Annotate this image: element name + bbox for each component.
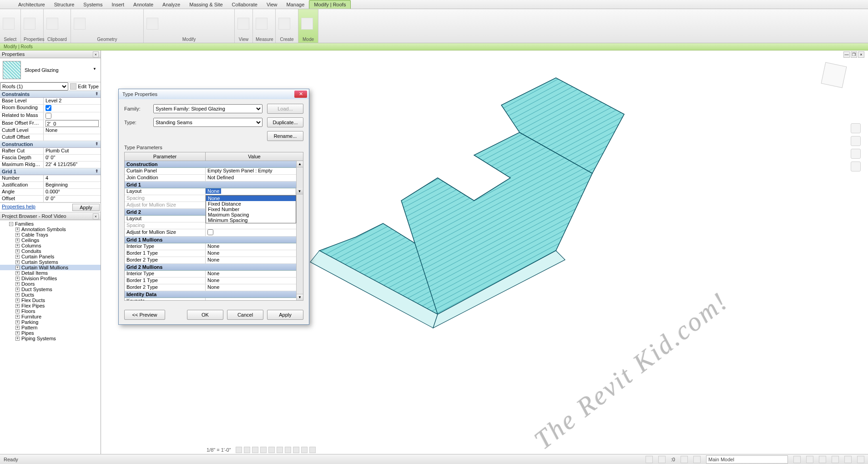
- load-button[interactable]: Load...: [267, 104, 303, 114]
- tree-node[interactable]: +Ceilings: [0, 237, 101, 243]
- chevron-down-icon[interactable]: ▼: [91, 67, 98, 73]
- expander-icon[interactable]: +: [15, 293, 20, 297]
- expander-icon[interactable]: +: [15, 315, 20, 319]
- ribbon-tab[interactable]: Collaborate: [227, 0, 262, 9]
- property-group-header[interactable]: Grid 1⬆: [0, 168, 101, 175]
- drag-icon[interactable]: [844, 456, 852, 463]
- project-browser-tree[interactable]: −Families+Annotation Symbols+Cable Trays…: [0, 220, 101, 454]
- property-value[interactable]: [44, 120, 101, 127]
- layout-combo[interactable]: None▼: [206, 188, 303, 195]
- type-param-value[interactable]: None: [206, 243, 303, 250]
- crop-region-icon[interactable]: [285, 447, 291, 453]
- rename-button[interactable]: Rename...: [267, 131, 303, 141]
- main-model-combo[interactable]: Main Model: [706, 455, 788, 464]
- dropdown-option[interactable]: None: [206, 196, 296, 201]
- expander-icon[interactable]: +: [15, 320, 20, 324]
- expander-icon[interactable]: +: [15, 271, 20, 275]
- property-value[interactable]: Level 2: [44, 98, 101, 104]
- zoom-icon[interactable]: [851, 149, 861, 159]
- minimize-icon[interactable]: —: [843, 51, 850, 58]
- expander-icon[interactable]: +: [15, 282, 20, 286]
- tree-node[interactable]: +Detail Items: [0, 270, 101, 276]
- temp-hide-icon[interactable]: [301, 447, 308, 453]
- ribbon-tab[interactable]: Manage: [282, 0, 309, 9]
- cancel-button[interactable]: Cancel: [227, 310, 263, 320]
- tree-node[interactable]: +Conduits: [0, 248, 101, 254]
- ribbon-button-icon[interactable]: [74, 18, 86, 30]
- tree-node[interactable]: +Curtain Wall Mullions: [0, 265, 101, 270]
- tree-node[interactable]: +Flex Pipes: [0, 303, 101, 308]
- property-value[interactable]: 0.000°: [44, 189, 101, 195]
- tree-node[interactable]: +Duct Systems: [0, 287, 101, 292]
- ribbon-tab[interactable]: Annotate: [129, 0, 158, 9]
- close-icon[interactable]: ×: [93, 51, 99, 57]
- tree-node[interactable]: +Cable Trays: [0, 232, 101, 237]
- dropdown-option[interactable]: Minimum Spacing: [206, 217, 296, 223]
- sun-path-icon[interactable]: [252, 447, 258, 453]
- ribbon-tab[interactable]: Systems: [79, 0, 107, 9]
- type-param-value[interactable]: None: [206, 250, 303, 257]
- duplicate-button[interactable]: Duplicate...: [267, 117, 303, 127]
- ribbon-button-icon[interactable]: [3, 18, 15, 30]
- expander-icon[interactable]: −: [9, 222, 13, 226]
- tree-node[interactable]: +Curtain Panels: [0, 254, 101, 259]
- expander-icon[interactable]: +: [15, 337, 20, 341]
- tree-node[interactable]: +Division Profiles: [0, 276, 101, 281]
- tree-node[interactable]: +Pattern: [0, 325, 101, 330]
- property-value[interactable]: None: [44, 127, 101, 134]
- property-group-header[interactable]: Construction⬆: [0, 141, 101, 148]
- type-param-value[interactable]: [206, 222, 303, 229]
- ribbon-tab[interactable]: Architecture: [14, 0, 50, 9]
- type-param-value[interactable]: [206, 229, 303, 236]
- preview-button[interactable]: << Preview: [124, 310, 165, 320]
- ribbon-button-icon[interactable]: [24, 18, 35, 30]
- scroll-down-icon[interactable]: ▼: [297, 294, 303, 300]
- property-group-header[interactable]: Constraints⬆: [0, 91, 101, 98]
- tree-node[interactable]: +Furniture: [0, 314, 101, 319]
- type-param-value[interactable]: None: [206, 271, 303, 277]
- type-param-group-header[interactable]: Grid 2 Mullions⬆: [125, 264, 303, 271]
- type-param-group-header[interactable]: Grid 1 Mullions⬆: [125, 237, 303, 243]
- select-underlay-icon[interactable]: [806, 456, 813, 463]
- grid-scrollbar[interactable]: ▲ ▼: [296, 161, 303, 300]
- expander-icon[interactable]: +: [15, 227, 20, 232]
- ribbon-button-icon[interactable]: [46, 18, 58, 30]
- tree-node[interactable]: +Parking: [0, 319, 101, 325]
- ribbon-button-icon[interactable]: [146, 18, 158, 30]
- property-value[interactable]: 0' 0": [44, 196, 101, 202]
- lock-icon[interactable]: [293, 447, 299, 453]
- properties-help-link[interactable]: Properties help: [0, 203, 71, 212]
- detail-level-icon[interactable]: [236, 447, 242, 453]
- workset-icon[interactable]: [646, 456, 653, 463]
- tree-node[interactable]: +Piping Systems: [0, 336, 101, 341]
- property-checkbox[interactable]: [45, 113, 51, 119]
- expander-icon[interactable]: +: [15, 298, 20, 303]
- tree-node[interactable]: +Annotation Symbols: [0, 227, 101, 232]
- chevron-down-icon[interactable]: ▼: [296, 188, 303, 195]
- property-value[interactable]: [44, 105, 101, 112]
- dialog-titlebar[interactable]: Type Properties ✕: [119, 89, 309, 99]
- expander-icon[interactable]: +: [15, 249, 20, 253]
- ribbon-button-icon[interactable]: [256, 18, 267, 30]
- tree-node[interactable]: −Families: [0, 221, 101, 227]
- design-options-icon[interactable]: [658, 456, 666, 463]
- tree-node[interactable]: +Columns: [0, 243, 101, 248]
- filter-icon[interactable]: [681, 456, 688, 463]
- properties-apply-button[interactable]: Apply: [72, 204, 100, 211]
- property-value[interactable]: 4: [44, 175, 101, 182]
- expander-icon[interactable]: +: [15, 260, 20, 264]
- expander-icon[interactable]: +: [15, 277, 20, 281]
- expander-icon[interactable]: +: [15, 309, 20, 313]
- ribbon-button-icon[interactable]: [278, 18, 290, 30]
- viewcube[interactable]: [813, 60, 854, 101]
- steering-wheel-icon[interactable]: [851, 123, 861, 133]
- expander-icon[interactable]: +: [15, 287, 20, 292]
- editable-only-icon[interactable]: [693, 456, 701, 463]
- tree-node[interactable]: +Doors: [0, 281, 101, 287]
- type-param-group-header[interactable]: Grid 1⬆: [125, 182, 303, 188]
- property-value[interactable]: Plumb Cut: [44, 148, 101, 154]
- pan-icon[interactable]: [851, 136, 861, 146]
- dropdown-option[interactable]: Fixed Number: [206, 207, 296, 212]
- expander-icon[interactable]: +: [15, 266, 20, 270]
- select-face-icon[interactable]: [832, 456, 839, 463]
